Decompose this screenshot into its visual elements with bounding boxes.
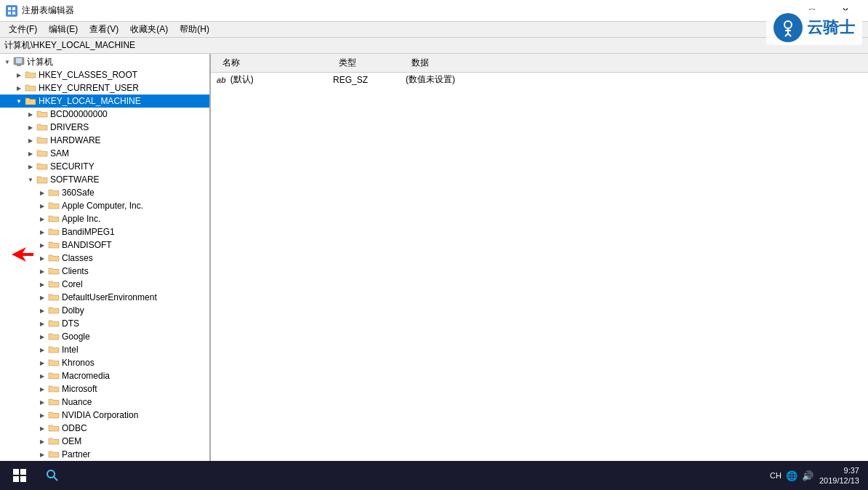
tree-item-intel[interactable]: ▶Intel (0, 343, 209, 356)
logo-icon (773, 13, 803, 42)
taskbar-time-display: 9:37 (819, 465, 859, 475)
tree-item-macromedia[interactable]: ▶Macromedia (0, 369, 209, 382)
folder-icon-google (48, 332, 60, 342)
taskbar-right: CH 🌐 🔊 9:37 2019/12/13 (770, 465, 865, 486)
tree-item-nvidia_corporation[interactable]: ▶NVIDIA Corporation (0, 409, 209, 422)
svg-point-17 (47, 470, 55, 478)
expand-btn-macromedia[interactable]: ▶ (36, 370, 48, 382)
tree-item-defaultuserenvironment[interactable]: ▶DefaultUserEnvironment (0, 291, 209, 304)
expand-btn-dts[interactable]: ▶ (36, 318, 48, 329)
expand-btn-bandimpeg1[interactable]: ▶ (36, 226, 48, 238)
folder-icon-classes (48, 253, 60, 263)
expand-btn-hkey_local_machine[interactable]: ▼ (13, 95, 25, 107)
detail-row[interactable]: ab(默认)REG_SZ(数值未设置) (211, 73, 868, 87)
start-button[interactable] (3, 462, 36, 489)
folder-icon-sam (36, 148, 48, 158)
tree-item-bandimpeg1[interactable]: ▶BandiMPEG1 (0, 225, 209, 238)
taskbar-sys-icons: CH 🌐 🔊 (770, 470, 813, 481)
tree-label-hardware: HARDWARE (50, 135, 101, 145)
tree-item-bcd00000000[interactable]: ▶BCD00000000 (0, 108, 209, 121)
expand-btn-khronos[interactable]: ▶ (36, 357, 48, 369)
expand-btn-apple_inc[interactable]: ▶ (36, 213, 48, 225)
tree-item-nuance[interactable]: ▶Nuance (0, 395, 209, 409)
tree-item-khronos[interactable]: ▶Khronos (0, 356, 209, 369)
tree-item-clients[interactable]: ▶Clients (0, 265, 209, 278)
expand-btn-oem[interactable]: ▶ (36, 435, 48, 447)
expand-btn-drivers[interactable]: ▶ (25, 121, 36, 133)
taskbar-search-icon[interactable] (39, 462, 65, 489)
expand-btn-dolby[interactable]: ▶ (36, 305, 48, 316)
tree-item-dolby[interactable]: ▶Dolby (0, 304, 209, 317)
expand-btn-nvidia_corporation[interactable]: ▶ (36, 409, 48, 421)
menu-view[interactable]: 查看(V) (84, 22, 124, 37)
expand-btn-hkey_classes_root[interactable]: ▶ (13, 69, 25, 81)
tree-item-computer[interactable]: ▼计算机 (0, 55, 209, 68)
tree-item-security[interactable]: ▶SECURITY (0, 160, 209, 173)
tree-item-corel[interactable]: ▶Corel (0, 278, 209, 291)
tree-item-google[interactable]: ▶Google (0, 330, 209, 343)
tree-label-nuance: Nuance (62, 397, 92, 407)
tree-item-hkey_classes_root[interactable]: ▶HKEY_CLASSES_ROOT (0, 68, 209, 81)
tree-item-dts[interactable]: ▶DTS (0, 317, 209, 330)
folder-icon-hkey_classes_root (25, 70, 36, 80)
expand-btn-software[interactable]: ▼ (25, 174, 36, 185)
tree-label-drivers: DRIVERS (50, 122, 89, 132)
folder-icon-khronos (48, 358, 60, 368)
svg-rect-16 (20, 476, 26, 482)
expand-btn-microsoft[interactable]: ▶ (36, 383, 48, 395)
expand-btn-apple_computer[interactable]: ▶ (36, 200, 48, 212)
tree-item-hardware[interactable]: ▶HARDWARE (0, 134, 209, 147)
tree-item-software[interactable]: ▼SOFTWARE (0, 173, 209, 186)
tree-item-odbc[interactable]: ▶ODBC (0, 422, 209, 435)
expand-btn-nuance[interactable]: ▶ (36, 396, 48, 408)
tree-label-odbc: ODBC (62, 423, 87, 433)
expand-btn-corel[interactable]: ▶ (36, 278, 48, 290)
registry-tree[interactable]: ▼计算机▶HKEY_CLASSES_ROOT▶HKEY_CURRENT_USER… (0, 54, 211, 461)
expand-btn-bcd00000000[interactable]: ▶ (25, 108, 36, 120)
tree-label-clients: Clients (62, 266, 89, 276)
expand-btn-computer[interactable]: ▼ (1, 56, 13, 68)
menu-file[interactable]: 文件(F) (3, 22, 43, 37)
tree-label-hkey_classes_root: HKEY_CLASSES_ROOT (39, 70, 137, 80)
menu-help[interactable]: 帮助(H) (174, 22, 215, 37)
expand-btn-bandisoft[interactable]: ▶ (36, 239, 48, 251)
svg-point-8 (784, 21, 792, 28)
menu-favorites[interactable]: 收藏夹(A) (124, 22, 174, 37)
tree-item-microsoft[interactable]: ▶Microsoft (0, 382, 209, 395)
expand-btn-odbc[interactable]: ▶ (36, 422, 48, 434)
col-type: 类型 (333, 55, 406, 71)
tree-item-apple_inc[interactable]: ▶Apple Inc. (0, 212, 209, 225)
tree-label-hkey_local_machine: HKEY_LOCAL_MACHINE (39, 96, 141, 106)
expand-btn-sam[interactable]: ▶ (25, 148, 36, 159)
tree-item-360safe[interactable]: ▶360Safe (0, 186, 209, 199)
expand-btn-google[interactable]: ▶ (36, 331, 48, 342)
tree-label-apple_computer: Apple Computer, Inc. (62, 201, 143, 211)
tree-item-hkey_current_user[interactable]: ▶HKEY_CURRENT_USER (0, 81, 209, 95)
expand-btn-security[interactable]: ▶ (25, 161, 36, 172)
tree-label-360safe: 360Safe (62, 188, 95, 198)
folder-icon-hkey_local_machine (25, 96, 36, 106)
tree-item-partner[interactable]: ▶Partner (0, 448, 209, 461)
expand-btn-partner[interactable]: ▶ (36, 449, 48, 460)
folder-icon-security (36, 161, 48, 172)
tree-item-oem[interactable]: ▶OEM (0, 435, 209, 448)
tree-item-drivers[interactable]: ▶DRIVERS (0, 121, 209, 134)
expand-btn-defaultuserenvironment[interactable]: ▶ (36, 292, 48, 303)
tree-item-apple_computer[interactable]: ▶Apple Computer, Inc. (0, 199, 209, 212)
folder-icon-360safe (48, 188, 60, 198)
tree-item-sam[interactable]: ▶SAM (0, 147, 209, 160)
expand-btn-classes[interactable]: ▶ (36, 252, 48, 264)
folder-icon-dts (48, 318, 60, 329)
tree-item-classes[interactable]: ▶Classes (0, 252, 209, 265)
tree-item-hkey_local_machine[interactable]: ▼HKEY_LOCAL_MACHINE (0, 95, 209, 108)
expand-btn-360safe[interactable]: ▶ (36, 187, 48, 198)
tree-label-classes: Classes (62, 253, 93, 263)
expand-btn-hkey_current_user[interactable]: ▶ (13, 82, 25, 94)
folder-icon-software (36, 174, 48, 185)
menu-edit[interactable]: 编辑(E) (43, 22, 84, 37)
expand-btn-clients[interactable]: ▶ (36, 265, 48, 277)
folder-icon-microsoft (48, 384, 60, 394)
tree-item-bandisoft[interactable]: ▶BANDISOFT (0, 238, 209, 252)
expand-btn-hardware[interactable]: ▶ (25, 134, 36, 146)
expand-btn-intel[interactable]: ▶ (36, 344, 48, 356)
